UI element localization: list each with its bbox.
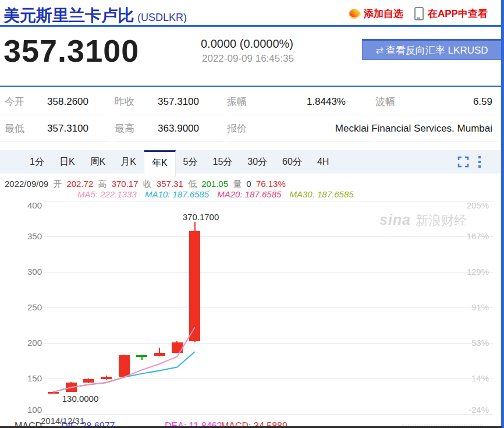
instrument-symbol: (USDLKR) [137, 12, 187, 23]
quote-divider [0, 86, 504, 87]
candle-wick [70, 382, 72, 392]
stat-divider [227, 142, 372, 142]
stat-cell-昨收: 昨收357.3100 [115, 89, 199, 115]
header-divider [0, 25, 504, 27]
reverse-rate-button[interactable]: ⇄ 查看反向汇率 LKRUSD [362, 39, 502, 60]
y-axis-label-200: 200 [16, 338, 42, 348]
candle-body [119, 355, 130, 376]
ohlc-close: 357.31 [157, 179, 183, 189]
phone-icon [414, 7, 424, 20]
swap-arrows-icon: ⇄ [375, 45, 383, 56]
stat-divider [375, 142, 499, 142]
y-axis-label-350: 350 [16, 231, 42, 241]
stats-row-2: 最低357.3100最高363.9000报价Mecklai Financial … [0, 115, 504, 142]
tab-日K[interactable]: 日K [52, 150, 83, 174]
stat-divider [0, 142, 111, 142]
sina-logo: sina [379, 211, 411, 228]
y-axis-pct-label: 91% [457, 302, 489, 312]
y-axis-label-150: 150 [16, 373, 42, 383]
candle-body [136, 355, 147, 357]
ma-info-line: MA5: 222.1333 MA10: 187.6585 MA20: 187.6… [77, 189, 360, 199]
quote-timestamp: 2022-09-09 16:45:35 [202, 53, 294, 65]
candle-body [154, 353, 165, 356]
candle-body [172, 342, 183, 352]
y-axis-pct-label: 205% [457, 200, 489, 210]
tab-月K[interactable]: 月K [113, 150, 144, 174]
gridline-300 [44, 272, 493, 273]
y-axis-pct-label: 129% [457, 267, 489, 277]
stat-cell-波幅: 波幅6.59 [375, 89, 492, 115]
tab-5分[interactable]: 5分 [176, 150, 205, 174]
candle-wick [159, 348, 160, 357]
stat-divider [115, 142, 224, 142]
add-watchlist-button[interactable]: 添加自选 [349, 7, 403, 20]
stat-cell-最低: 最低357.3100 [5, 115, 88, 142]
ohlc-volume: 0 [246, 179, 251, 189]
page-right-edge [501, 0, 504, 428]
tab-周K[interactable]: 周K [83, 150, 113, 174]
ohlc-open: 202.72 [66, 179, 93, 189]
candle-wick [53, 391, 54, 392]
y-axis-pct-label: 53% [457, 338, 489, 348]
ohlc-info-line: 2022/09/09 开 202.72 高 370.17 收 357.31 低 … [5, 179, 288, 190]
high-marker: 370.1700 [169, 212, 233, 222]
fullscreen-icon[interactable] [457, 156, 469, 168]
candle-wick [194, 222, 196, 342]
candle-body [66, 383, 77, 392]
gridline-150 [44, 379, 493, 379]
page-title: 美元斯里兰卡卢比(USDLKR) [3, 5, 187, 27]
more-options-icon[interactable] [478, 156, 481, 168]
flame-icon [347, 6, 361, 21]
stat-cell-报价: 报价Mecklai Financial Services. Mumbai [227, 115, 492, 142]
tab-4H[interactable]: 4H [310, 150, 336, 174]
tab-1分[interactable]: 1分 [22, 150, 52, 174]
gridline-250 [44, 307, 493, 308]
stat-cell-振幅: 振幅1.8443% [227, 89, 346, 115]
low-marker: 130.0000 [48, 394, 112, 404]
stat-cell-最高: 最高363.9000 [115, 115, 199, 142]
ma20-value: MA20: 187.6585 [217, 189, 281, 199]
y-axis-label-300: 300 [16, 267, 42, 277]
ma30-value: MA30: 187.6585 [290, 189, 354, 199]
y-axis-label-100: 100 [16, 405, 42, 415]
ma10-value: MA10: 187.6585 [145, 189, 209, 199]
candle-wick [176, 341, 178, 353]
watermark-tagline: · · · · · · · · [379, 231, 467, 236]
instrument-name: 美元斯里兰卡卢比 [3, 6, 134, 24]
gridline-100 [44, 414, 493, 415]
ohlc-date: 2022/09/09 [5, 179, 48, 189]
candle-wick [106, 376, 107, 380]
reverse-rate-label: 查看反向汇率 LKRUSD [386, 44, 488, 57]
add-watchlist-label: 添加自选 [364, 7, 403, 20]
y-axis-pct-label: -24% [457, 405, 489, 415]
tab-60分[interactable]: 60分 [275, 150, 310, 174]
gridline-400 [44, 201, 493, 201]
tab-15分[interactable]: 15分 [205, 150, 240, 174]
ohlc-pct: 76.13% [256, 179, 286, 189]
candle-body [101, 377, 112, 380]
y-axis-label-400: 400 [16, 200, 42, 210]
y-axis-label-250: 250 [16, 302, 42, 312]
view-in-app-button[interactable]: 在APP中查看 [414, 7, 488, 20]
tab-list: 1分日K周K月K年K5分15分30分60分4H [22, 150, 336, 174]
y-axis-pct-label: 14% [457, 373, 489, 383]
candle-wick [141, 355, 143, 360]
ma10-line [54, 352, 195, 392]
candle-body [48, 392, 59, 394]
ohlc-high: 370.17 [112, 179, 139, 189]
gridline-350 [44, 236, 493, 237]
page: 美元斯里兰卡卢比(USDLKR) 添加自选 在APP中查看 357.3100 0… [0, 0, 504, 428]
stats-row-1: 今开358.2600昨收357.3100振幅1.8443%波幅6.59 [0, 89, 504, 115]
tab-年K[interactable]: 年K [144, 150, 176, 177]
ma5-line [54, 327, 195, 392]
candle-body [83, 379, 94, 383]
ohlc-low: 201.05 [201, 179, 228, 189]
chart-period-tabbar: 1分日K周K月K年K5分15分30分60分4H [0, 150, 504, 174]
candle-body [189, 231, 200, 341]
price-change: 0.0000 (0.0000%) [201, 37, 293, 51]
gridline-200 [44, 343, 493, 344]
current-price: 357.3100 [3, 33, 139, 69]
tab-30分[interactable]: 30分 [240, 150, 275, 174]
candle-wick [123, 355, 125, 376]
sina-watermark: sina 新浪财经 · · · · · · · · [379, 211, 467, 236]
